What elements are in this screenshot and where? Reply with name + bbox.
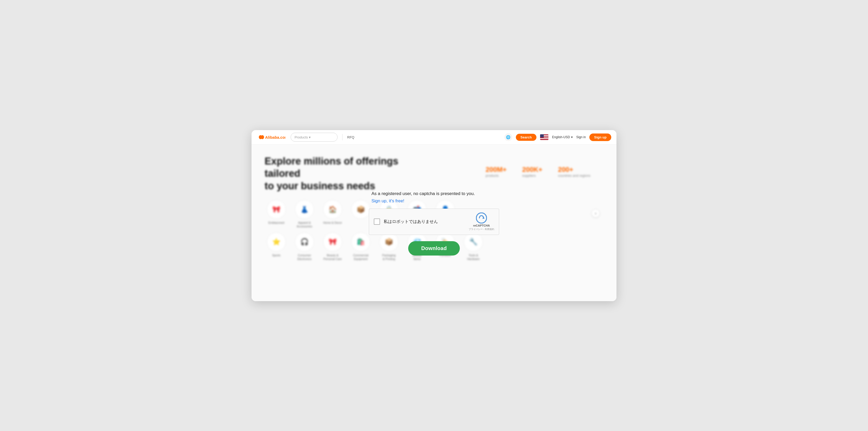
signup-link[interactable]: Sign up, it's free! (371, 198, 404, 204)
recaptcha-checkbox[interactable] (374, 218, 380, 225)
search-button[interactable]: Search (516, 134, 536, 141)
modal-message: As a registered user, no captcha is pres… (369, 190, 499, 204)
browser-window: Alibaba.com Products ▾ RFQ 🌐 Search (251, 130, 617, 301)
alibaba-logo[interactable]: Alibaba.com (257, 133, 285, 141)
language-selector[interactable]: English-USD ▾ (552, 135, 573, 139)
recaptcha-label: 私はロボットではありません (384, 218, 438, 225)
products-dropdown-label: Products ▾ (294, 135, 311, 139)
lang-chevron-icon: ▾ (571, 135, 573, 139)
recaptcha-right: reCAPTCHA プライバシー - 利用規約 (469, 213, 494, 231)
signup-button[interactable]: Sign up (589, 133, 611, 141)
signin-link[interactable]: Sign in (576, 135, 586, 139)
rfq-label[interactable]: RFQ (347, 135, 354, 139)
recaptcha-left: 私はロボットではありません (374, 218, 438, 225)
svg-text:Alibaba.com: Alibaba.com (265, 135, 285, 140)
language-globe-button[interactable]: 🌐 (504, 133, 512, 141)
navbar-right: 🌐 Search English-USD ▾ Sign in Sign up (504, 133, 611, 141)
svg-point-1 (476, 213, 486, 223)
modal-dialog: As a registered user, no captcha is pres… (369, 190, 499, 255)
lang-label: English-USD (552, 135, 570, 139)
modal-overlay: As a registered user, no captcha is pres… (251, 145, 617, 301)
recaptcha-logo-icon (476, 213, 487, 223)
navbar: Alibaba.com Products ▾ RFQ 🌐 Search (251, 130, 617, 145)
flag-icon (540, 134, 549, 140)
recaptcha-policy-links[interactable]: プライバシー - 利用規約 (469, 227, 494, 231)
search-area[interactable]: Products ▾ (291, 133, 338, 142)
recaptcha-brand: reCAPTCHA (473, 224, 490, 227)
recaptcha-widget[interactable]: 私はロボットではありません reCAPTCHA プライバシー - 利用規約 (369, 209, 499, 235)
main-content: Explore millions of offerings tailored t… (251, 145, 617, 301)
download-button[interactable]: Download (408, 241, 460, 255)
